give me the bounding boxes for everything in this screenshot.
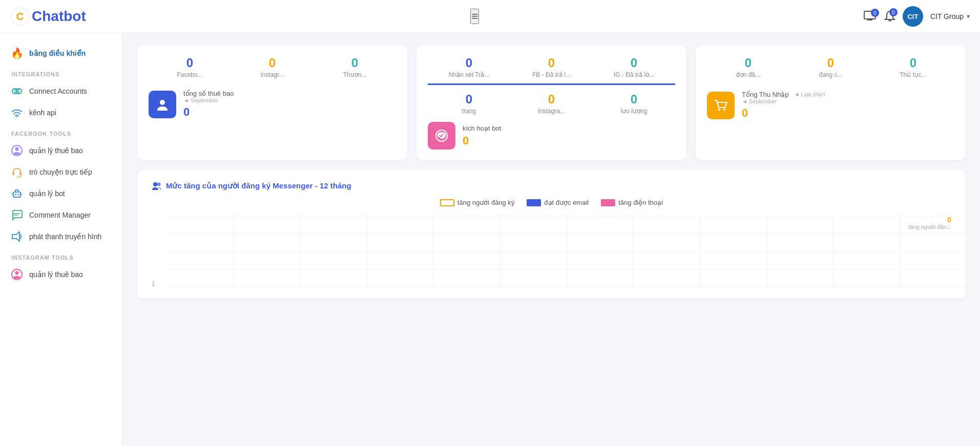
svg-rect-15 <box>15 190 18 192</box>
section-fb: FACEBOOK TOOLS <box>0 123 122 140</box>
svg-point-23 <box>160 100 165 105</box>
cart-icon <box>714 98 728 113</box>
legend-color-3 <box>601 199 615 206</box>
chart-y-label: 1 <box>152 280 155 287</box>
bell-badge: 0 <box>889 8 898 16</box>
svg-point-26 <box>723 109 725 111</box>
card1-stat-value: 0 <box>183 105 396 119</box>
card1-ig-metric: 0 instagr... <box>231 56 314 78</box>
broadcast-icon-svg <box>11 231 23 242</box>
card2-nhan-ket: 0 Nhận xét Trả... <box>428 56 510 78</box>
card3-top: 0 đơn đã... 0 đang c... 0 Thủ tục... <box>707 56 954 83</box>
topnav-right: 0 0 CIT CIT Group ▾ <box>864 6 970 27</box>
card3-dang-label: đang c... <box>789 71 872 78</box>
card2-luu-luong: 0 lưu lượng <box>593 92 675 115</box>
hamburger-button[interactable]: ≡ <box>470 9 479 24</box>
card3-stat-sub1: ◄ Lựa chọn <box>794 91 825 98</box>
card1-thuong-label: Thươn... <box>314 71 396 78</box>
sidebar-item-bot[interactable]: quản lý bot <box>0 183 122 204</box>
card1-stat-bottom: tổng số thuê bao ◄ September 0 <box>149 90 396 119</box>
connect-icon <box>11 86 23 97</box>
card2-nhan-label: Nhận xét Trả... <box>428 71 510 78</box>
logo-icon: C <box>10 7 30 26</box>
monitor-badge: 0 <box>871 9 879 17</box>
svg-point-28 <box>157 183 161 186</box>
logo-text: Chatbot <box>32 8 86 25</box>
chart-section: Mức tăng của người đăng ký Messenger - 1… <box>137 170 966 299</box>
sidebar-item-quan-ly[interactable]: quản lý thuê bao <box>0 140 122 161</box>
sidebar-item-tro-chuyen[interactable]: trò chuyện trực tiếp <box>0 161 122 183</box>
topnav: C Chatbot ≡ 0 0 CIT CIT Group ▾ <box>0 0 980 33</box>
logo: C Chatbot <box>10 7 86 26</box>
card1-stat-sub: ◄ September <box>183 97 396 103</box>
fire-icon: 🔥 <box>11 48 23 59</box>
section-ig: INSTAGRAM TOOLS <box>0 247 122 264</box>
card2-trang-label: trang <box>428 108 510 115</box>
card3-thu-tuc: 0 Thủ tục... <box>872 56 954 78</box>
card3-dang-c: 0 đang c... <box>789 56 872 78</box>
sidebar-item-kenh[interactable]: kênh api <box>0 102 122 123</box>
bot-icon-svg <box>11 188 23 199</box>
card3-icon-box <box>707 92 735 119</box>
sidebar-item-comment[interactable]: Comment Manager <box>0 204 122 226</box>
card3-stat-sub2: ◄ September <box>742 98 954 104</box>
card3-stat-value: 0 <box>742 107 954 120</box>
section-integrations: INTEGRATIONS <box>0 64 122 80</box>
card2-icon-box <box>428 122 455 150</box>
avatar: CIT <box>903 6 923 27</box>
chart-right-label: tăng người đăn... <box>908 224 951 230</box>
messenger-icon <box>434 129 449 143</box>
legend-label-2: đạt được email <box>544 199 589 206</box>
svg-text:C: C <box>16 10 24 22</box>
card2-luu-value: 0 <box>593 92 675 107</box>
wifi-icon-svg <box>11 108 23 117</box>
sidebar-item-dashboard[interactable]: 🔥 bảng điều khiển <box>0 43 122 64</box>
chart-title: Mức tăng của người đăng ký Messenger - 1… <box>152 181 951 190</box>
card3-stat-label: Tổng Thu Nhập <box>742 91 789 98</box>
card1-stat-content: tổng số thuê bao ◄ September 0 <box>183 90 396 119</box>
card2-luu-label: lưu lượng <box>593 108 675 115</box>
stats-row: 0 Facebo... 0 instagr... 0 Thươn... <box>137 46 966 160</box>
sidebar-item-dashboard-label: bảng điều khiển <box>29 49 86 57</box>
sidebar-item-connect[interactable]: Connect Accounts <box>0 80 122 102</box>
legend-color-2 <box>527 199 541 206</box>
card2-stat-label: kích hoạt bot <box>463 124 675 132</box>
user-pink-icon-svg <box>11 269 23 280</box>
card1-fb-value: 0 <box>149 56 231 70</box>
card1: 0 Facebo... 0 instagr... 0 Thươn... <box>137 46 407 160</box>
card3-stat-content: Tổng Thu Nhập ◄ Lựa chọn ◄ September 0 <box>742 91 954 120</box>
card3-don-value: 0 <box>707 56 789 70</box>
legend-color-1 <box>440 199 454 206</box>
card3-dang-value: 0 <box>789 56 872 70</box>
chart-right-value-block: 0 tăng người đăn... <box>908 216 951 230</box>
card2-fb-value: 0 <box>510 56 593 70</box>
svg-rect-13 <box>19 172 22 175</box>
svg-point-22 <box>15 271 19 275</box>
broadcast-icon <box>11 231 23 242</box>
card1-ig-label: instagr... <box>231 71 314 78</box>
bot-icon <box>11 188 23 199</box>
bell-button[interactable]: 0 <box>884 10 895 23</box>
user-dropdown[interactable]: CIT Group ▾ <box>930 12 970 20</box>
monitor-button[interactable]: 0 <box>864 11 877 22</box>
svg-rect-14 <box>13 192 20 197</box>
sidebar-item-ig-quan-ly-label: quản lý thuê bao <box>29 270 83 279</box>
chart-legend: tăng người đăng ký đạt được email tăng đ… <box>152 199 951 206</box>
chart-right-value: 0 <box>908 216 951 224</box>
card2-stat-value: 0 <box>463 134 675 147</box>
card1-fb-metric: 0 Facebo... <box>149 56 231 78</box>
sidebar-item-ig-quan-ly[interactable]: quản lý thuê bao <box>0 264 122 285</box>
card2-stat-content: kích hoạt bot 0 <box>463 124 675 147</box>
legend-label-3: tăng điện thoại <box>618 199 663 206</box>
sidebar-item-bot-label: quản lý bot <box>29 189 65 198</box>
main-content: 0 Facebo... 0 instagr... 0 Thươn... <box>123 33 980 446</box>
card2-ig: 0 IG - Đã trả lờ... <box>593 56 675 78</box>
wifi-icon <box>11 107 23 118</box>
headset-icon-svg <box>11 166 23 178</box>
link-icon <box>11 86 23 97</box>
svg-point-16 <box>15 194 16 196</box>
sidebar-item-phat[interactable]: phát thanh truyền hình <box>0 226 122 247</box>
card1-stat-label: tổng số thuê bao <box>183 90 396 97</box>
card1-ig-value: 0 <box>231 56 314 70</box>
sidebar-item-phat-label: phát thanh truyền hình <box>29 232 101 241</box>
